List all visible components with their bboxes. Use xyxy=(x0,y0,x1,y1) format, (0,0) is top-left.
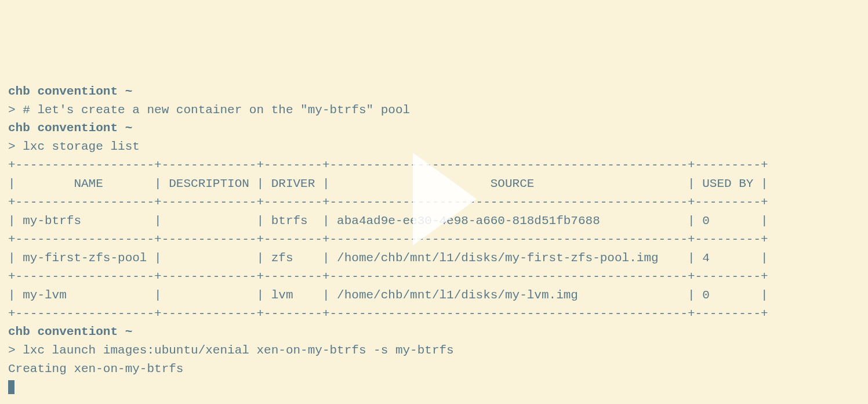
prompt-user: chb xyxy=(8,85,30,98)
cursor xyxy=(8,380,14,394)
table-row: | my-first-zfs-pool | | zfs | /home/chb/… xyxy=(8,251,768,265)
command-comment: > # let's create a new container on the … xyxy=(8,103,410,117)
table-row: | my-btrfs | | btrfs | aba4ad9e-ee30-4e9… xyxy=(8,214,768,228)
table-border: +-------------------+-------------+-----… xyxy=(8,270,768,283)
command-storage-list: > lxc storage list xyxy=(8,140,140,153)
terminal-output: chb conventiont ~ > # let's create a new… xyxy=(8,82,860,397)
table-row: | my-lvm | | lvm | /home/chb/mnt/l1/disk… xyxy=(8,288,768,302)
prompt-path: ~ xyxy=(125,85,133,98)
table-border: +-------------------+-------------+-----… xyxy=(8,158,768,172)
prompt-line-2: chb conventiont ~ xyxy=(8,121,132,135)
command-launch: > lxc launch images:ubuntu/xenial xen-on… xyxy=(8,344,454,357)
prompt-line-3: chb conventiont ~ xyxy=(8,325,132,338)
prompt-path: ~ xyxy=(125,121,133,135)
prompt-user: chb xyxy=(8,121,30,135)
prompt-host: conventiont xyxy=(37,325,118,338)
prompt-line-1: chb conventiont ~ xyxy=(8,85,132,98)
table-border: +-------------------+-------------+-----… xyxy=(8,307,768,320)
table-border: +-------------------+-------------+-----… xyxy=(8,233,768,246)
table-header: | NAME | DESCRIPTION | DRIVER | SOURCE |… xyxy=(8,177,768,190)
prompt-host: conventiont xyxy=(37,121,118,135)
prompt-path: ~ xyxy=(125,325,133,338)
prompt-user: chb xyxy=(8,325,30,338)
table-border: +-------------------+-------------+-----… xyxy=(8,196,768,209)
prompt-host: conventiont xyxy=(37,85,118,98)
output-creating: Creating xen-on-my-btrfs xyxy=(8,362,183,376)
